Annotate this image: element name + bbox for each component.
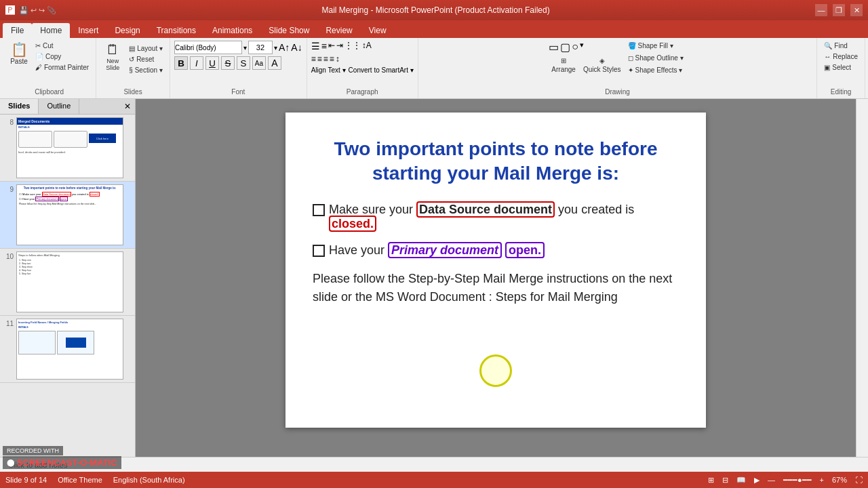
indent-right-button[interactable]: ⇥ xyxy=(336,41,343,52)
zoom-slider[interactable]: ━━━●━━ xyxy=(783,476,812,485)
align-right-button[interactable]: ≡ xyxy=(323,54,328,64)
zoom-level: 67% xyxy=(832,476,847,484)
open-highlight: open. xyxy=(505,242,545,258)
tab-slideshow[interactable]: Slide Show xyxy=(260,23,317,38)
shape-fill-icon: 🪣 xyxy=(628,42,636,49)
italic-button[interactable]: I xyxy=(190,56,203,70)
view-slideshow-icon[interactable]: ▶ xyxy=(754,476,760,485)
line-spacing-button[interactable]: ↕ xyxy=(336,54,340,64)
strikethrough-button[interactable]: S xyxy=(221,56,235,70)
ribbon-tab-bar: File Home Insert Design Transitions Anim… xyxy=(0,20,868,38)
right-panel xyxy=(856,99,868,457)
ribbon: 📋 Paste ✂ Cut 📄 Copy 🖌 Format Painter Cl… xyxy=(0,38,868,99)
shape-fill-button[interactable]: 🪣 Shape Fill ▾ xyxy=(625,41,686,51)
copy-icon: 📄 xyxy=(35,53,43,60)
decrease-font-button[interactable]: A↓ xyxy=(291,42,302,53)
drawing-group: ▭ ▢ ○ ▾ ⊞ Arrange ◈ Quick Styles xyxy=(418,38,818,98)
slide-thumb-9[interactable]: 9 Two important points to note before st… xyxy=(0,182,135,249)
cut-button[interactable]: ✂ Cut xyxy=(33,41,92,51)
slide-panel: Slides Outline ✕ 8 Merged Documents INIT… xyxy=(0,99,136,457)
font-size-input[interactable] xyxy=(248,41,273,54)
slides-tab[interactable]: Slides xyxy=(0,99,39,114)
font-group: ▾ ▾ A↑ A↓ B I U S S Aa A Font xyxy=(170,38,307,98)
reset-button[interactable]: ↺ Reset xyxy=(126,54,165,64)
quick-styles-icon: ◈ xyxy=(599,57,605,64)
maximize-button[interactable]: ❐ xyxy=(833,4,845,16)
new-slide-button[interactable]: 🗒 NewSlide xyxy=(100,41,125,73)
shape-outline-icon: ◻ xyxy=(628,54,633,62)
convert-smartart-button[interactable]: Convert to SmartArt ▾ xyxy=(349,66,414,74)
minimize-button[interactable]: — xyxy=(815,4,827,16)
underline-button[interactable]: U xyxy=(205,56,219,70)
select-icon: ▣ xyxy=(824,64,830,71)
paste-button[interactable]: 📋 Paste xyxy=(7,41,31,67)
tab-view[interactable]: View xyxy=(361,23,395,38)
cursor-highlight xyxy=(479,354,512,387)
clipboard-group: 📋 Paste ✂ Cut 📄 Copy 🖌 Format Painter Cl… xyxy=(3,38,96,98)
section-button[interactable]: § Section ▾ xyxy=(126,65,165,75)
view-normal-icon[interactable]: ⊞ xyxy=(708,476,714,485)
copy-button[interactable]: 📄 Copy xyxy=(33,52,92,62)
shapes-more[interactable]: ▾ xyxy=(580,41,584,54)
slide-thumb-11[interactable]: 11 Inserting Field Names / Merging Field… xyxy=(0,316,135,383)
language: English (South Africa) xyxy=(113,476,185,484)
paragraph-group: ☰ ≡ ⇤ ⇥ ⋮⋮ ↕A ≡ ≡ ≡ ≡ ↕ Align Text ▾ Con… xyxy=(307,38,418,98)
closed-highlight: closed. xyxy=(329,216,376,232)
fit-to-window-button[interactable]: ⛶ xyxy=(855,476,863,484)
zoom-in-button[interactable]: + xyxy=(820,476,824,484)
font-color-button[interactable]: A xyxy=(268,56,281,70)
slide-canvas[interactable]: Two important points to note before star… xyxy=(285,113,706,428)
tab-design[interactable]: Design xyxy=(106,23,148,38)
close-button[interactable]: ✕ xyxy=(850,4,863,16)
tab-home[interactable]: Home xyxy=(32,23,70,38)
oval-shape[interactable]: ○ xyxy=(572,41,578,54)
align-center-button[interactable]: ≡ xyxy=(317,54,322,64)
slide-info: Slide 9 of 14 xyxy=(5,476,47,484)
outline-tab[interactable]: Outline xyxy=(39,99,79,114)
slides-group: 🗒 NewSlide ▤ Layout ▾ ↺ Reset § Section … xyxy=(96,38,170,98)
status-bar: Slide 9 of 14 Office Theme English (Sout… xyxy=(0,472,868,488)
clear-format-button[interactable]: Aa xyxy=(252,56,266,70)
replace-button[interactable]: ↔ Replace xyxy=(821,52,861,62)
format-painter-button[interactable]: 🖌 Format Painter xyxy=(33,62,92,73)
select-button[interactable]: ▣ Select xyxy=(821,62,861,73)
slide-thumbnail-8: Merged Documents INITIALS Click here foo… xyxy=(16,117,123,178)
font-family-input[interactable] xyxy=(174,41,242,54)
zoom-out-button[interactable]: — xyxy=(768,476,775,484)
find-button[interactable]: 🔍 Find xyxy=(821,41,861,51)
slide-thumb-8[interactable]: 8 Merged Documents INITIALS Click here f… xyxy=(0,115,135,182)
slide-thumb-10[interactable]: 10 Steps to follow when Mail Merging 1. … xyxy=(0,249,135,316)
tab-insert[interactable]: Insert xyxy=(70,23,106,38)
titlebar: 🅿 💾 ↩ ↪ 📎 Mail Merging - Microsoft Power… xyxy=(0,0,868,20)
justify-button[interactable]: ≡ xyxy=(330,54,334,64)
tab-file[interactable]: File xyxy=(3,23,32,38)
watermark: RECORDED WITH xyxy=(3,446,63,455)
notes-area[interactable]: Click to add notes xyxy=(0,457,868,472)
layout-button[interactable]: ▤ Layout ▾ xyxy=(126,43,165,54)
align-left-button[interactable]: ≡ xyxy=(311,54,316,64)
view-reading-icon[interactable]: 📖 xyxy=(736,476,746,485)
close-panel-button[interactable]: ✕ xyxy=(120,99,135,114)
text-direction-button[interactable]: ↕A xyxy=(362,41,372,52)
shape-outline-button[interactable]: ◻ Shape Outline ▾ xyxy=(625,53,686,63)
bullet-list-button[interactable]: ☰ xyxy=(311,41,320,52)
format-painter-icon: 🖌 xyxy=(35,64,42,71)
align-text-button[interactable]: Align Text ▾ xyxy=(311,66,346,74)
shape-effects-button[interactable]: ✦ Shape Effects ▾ xyxy=(625,65,686,75)
tab-transitions[interactable]: Transitions xyxy=(149,23,204,38)
bold-button[interactable]: B xyxy=(174,56,188,70)
columns-button[interactable]: ⋮⋮ xyxy=(344,41,361,52)
tab-animations[interactable]: Animations xyxy=(204,23,260,38)
slide-editing-area[interactable]: Two important points to note before star… xyxy=(136,99,856,457)
text-shadow-button[interactable]: S xyxy=(237,56,250,70)
view-sorter-icon[interactable]: ⊟ xyxy=(722,476,728,485)
increase-font-button[interactable]: A↑ xyxy=(279,42,290,53)
quick-styles-button[interactable]: ◈ Quick Styles xyxy=(580,55,624,75)
cut-icon: ✂ xyxy=(35,42,41,49)
tab-review[interactable]: Review xyxy=(317,23,360,38)
indent-left-button[interactable]: ⇤ xyxy=(328,41,335,52)
arrange-button[interactable]: ⊞ Arrange xyxy=(549,55,578,75)
rounded-rect-shape[interactable]: ▢ xyxy=(560,41,570,54)
rect-shape[interactable]: ▭ xyxy=(549,41,559,54)
numbered-list-button[interactable]: ≡ xyxy=(321,41,327,52)
